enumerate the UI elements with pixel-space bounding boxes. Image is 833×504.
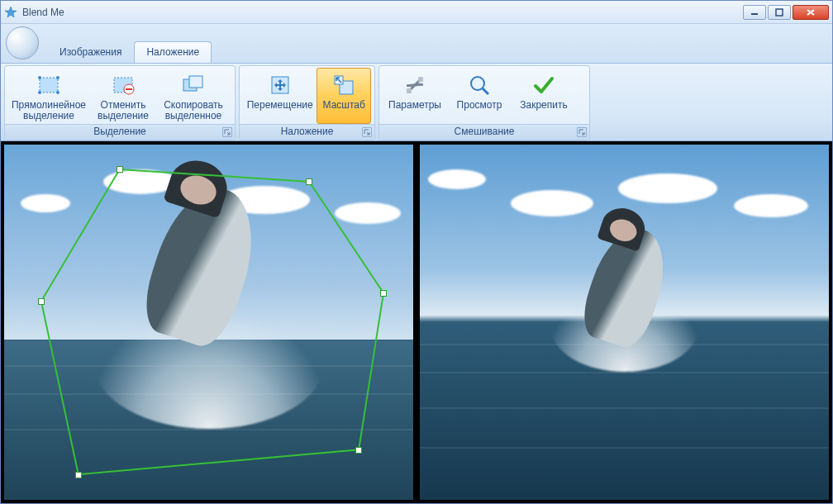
params-icon: [402, 72, 428, 98]
group-overlay: Перемещение Масштаб Наложение: [239, 65, 375, 140]
svg-point-9: [56, 91, 60, 94]
apply-label: Закрепить: [520, 100, 567, 111]
svg-point-8: [38, 91, 41, 94]
preview-icon: [466, 72, 493, 98]
tab-images[interactable]: Изображения: [47, 41, 134, 63]
svg-point-7: [56, 76, 60, 79]
cancel-select-button[interactable]: Отменить выделение: [89, 68, 157, 124]
move-icon: [267, 72, 293, 98]
group-blend-label: Смешивание: [379, 124, 589, 140]
group-selection-label: Выделение: [5, 124, 235, 140]
selection-handle[interactable]: [306, 178, 312, 185]
group-blend: Параметры Просмотр Закрепить Смешивание: [378, 65, 590, 140]
selection-handle[interactable]: [380, 290, 387, 297]
move-button[interactable]: Перемещение: [243, 68, 317, 124]
maximize-icon: [775, 8, 783, 17]
svg-point-20: [471, 77, 484, 90]
workspace: [1, 141, 832, 503]
selection-handle[interactable]: [355, 447, 362, 454]
preview-label: Просмотр: [457, 100, 502, 111]
svg-line-4: [807, 10, 814, 15]
cancel-select-icon: [110, 72, 136, 98]
copy-selected-icon: [180, 72, 207, 98]
minimize-icon: [750, 8, 759, 17]
window-controls: [743, 5, 829, 20]
minimize-button[interactable]: [743, 5, 766, 20]
svg-marker-0: [5, 7, 17, 17]
copy-selected-label: Скопировать выделенное: [159, 100, 227, 121]
close-icon: [806, 8, 816, 17]
params-button[interactable]: Параметры: [383, 68, 447, 124]
scale-label: Масштаб: [323, 100, 365, 111]
apply-button[interactable]: Закрепить: [512, 68, 576, 124]
rect-select-label: Прямолинейное выделение: [11, 100, 87, 121]
app-icon: [4, 6, 17, 19]
title-bar: Blend Me: [1, 1, 832, 24]
cancel-select-label: Отменить выделение: [92, 100, 155, 121]
selection-handle[interactable]: [75, 472, 82, 478]
svg-rect-2: [776, 9, 783, 16]
preview-button[interactable]: Просмотр: [447, 68, 512, 124]
selection-launcher-icon[interactable]: [222, 127, 232, 137]
scale-button[interactable]: Масштаб: [317, 68, 371, 124]
svg-line-21: [483, 88, 488, 94]
maximize-button[interactable]: [768, 5, 791, 20]
svg-rect-5: [40, 78, 58, 93]
copy-selected-button[interactable]: Скопировать выделенное: [157, 68, 230, 124]
params-label: Параметры: [388, 100, 441, 111]
ribbon-tabs: Изображения Наложение: [1, 24, 832, 64]
move-label: Перемещение: [247, 100, 313, 111]
source-image-panel[interactable]: [4, 145, 413, 500]
selection-handle[interactable]: [117, 166, 123, 173]
app-menu-orb[interactable]: [6, 26, 39, 59]
svg-rect-19: [418, 77, 423, 82]
rect-select-button[interactable]: Прямолинейное выделение: [8, 68, 89, 124]
selection-handle[interactable]: [38, 298, 45, 305]
rect-select-icon: [36, 72, 62, 98]
group-overlay-label: Наложение: [240, 124, 374, 140]
apply-icon: [531, 72, 557, 98]
window-title: Blend Me: [22, 7, 743, 18]
svg-rect-14: [189, 76, 202, 88]
svg-point-6: [38, 76, 41, 79]
target-image-panel[interactable]: [420, 145, 829, 500]
close-button[interactable]: [793, 5, 829, 20]
scale-icon: [331, 72, 357, 98]
overlay-launcher-icon[interactable]: [362, 127, 372, 137]
svg-rect-18: [407, 88, 412, 93]
svg-line-3: [807, 10, 814, 15]
blend-launcher-icon[interactable]: [577, 127, 587, 137]
ribbon: Прямолинейное выделение Отменить выделен…: [1, 64, 832, 141]
group-selection: Прямолинейное выделение Отменить выделен…: [4, 65, 236, 140]
tab-overlay[interactable]: Наложение: [134, 41, 212, 63]
